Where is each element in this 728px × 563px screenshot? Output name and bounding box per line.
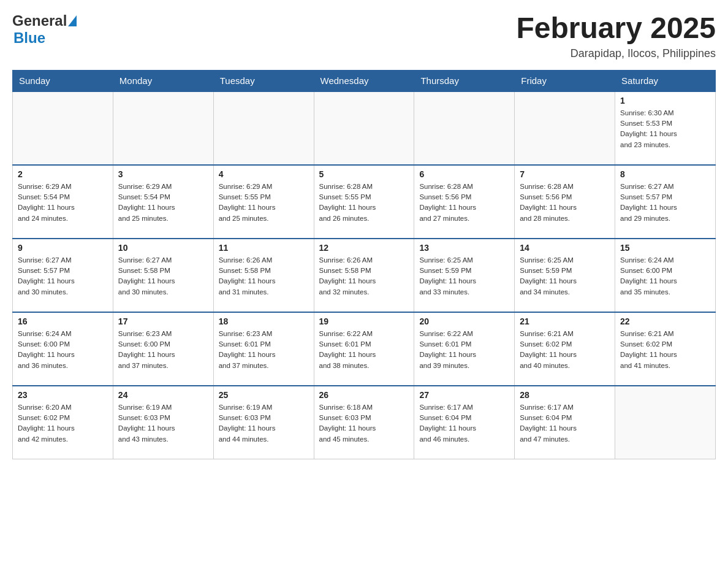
calendar-cell: 5Sunrise: 6:28 AM Sunset: 5:55 PM Daylig…	[314, 165, 414, 239]
calendar-cell	[113, 91, 213, 165]
day-number: 26	[319, 390, 409, 400]
col-friday: Friday	[515, 70, 615, 91]
day-info: Sunrise: 6:23 AM Sunset: 6:00 PM Dayligh…	[118, 329, 208, 371]
day-number: 25	[219, 390, 309, 400]
day-info: Sunrise: 6:23 AM Sunset: 6:01 PM Dayligh…	[219, 329, 309, 371]
day-info: Sunrise: 6:25 AM Sunset: 5:59 PM Dayligh…	[520, 255, 610, 297]
calendar-cell	[414, 91, 515, 165]
calendar-cell: 26Sunrise: 6:18 AM Sunset: 6:03 PM Dayli…	[314, 386, 414, 459]
day-number: 6	[419, 169, 509, 179]
logo-blue-text: Blue	[13, 29, 45, 46]
calendar-cell: 27Sunrise: 6:17 AM Sunset: 6:04 PM Dayli…	[414, 386, 515, 459]
day-number: 19	[319, 316, 409, 326]
calendar-cell: 21Sunrise: 6:21 AM Sunset: 6:02 PM Dayli…	[515, 312, 615, 386]
calendar-cell: 2Sunrise: 6:29 AM Sunset: 5:54 PM Daylig…	[13, 165, 113, 239]
day-number: 18	[219, 316, 309, 326]
day-info: Sunrise: 6:18 AM Sunset: 6:03 PM Dayligh…	[319, 402, 409, 445]
week-row-5: 23Sunrise: 6:20 AM Sunset: 6:02 PM Dayli…	[13, 386, 716, 459]
calendar-cell: 18Sunrise: 6:23 AM Sunset: 6:01 PM Dayli…	[213, 312, 314, 386]
calendar-cell	[615, 386, 716, 459]
col-thursday: Thursday	[414, 70, 515, 91]
day-number: 14	[520, 243, 610, 253]
calendar-cell: 8Sunrise: 6:27 AM Sunset: 5:57 PM Daylig…	[615, 165, 716, 239]
day-number: 12	[319, 243, 409, 253]
day-number: 3	[118, 169, 208, 179]
calendar-cell	[515, 91, 615, 165]
calendar-cell: 28Sunrise: 6:17 AM Sunset: 6:04 PM Dayli…	[515, 386, 615, 459]
calendar-cell: 25Sunrise: 6:19 AM Sunset: 6:03 PM Dayli…	[213, 386, 314, 459]
day-number: 27	[419, 390, 509, 400]
logo: General Blue	[12, 12, 77, 47]
calendar-cell: 12Sunrise: 6:26 AM Sunset: 5:58 PM Dayli…	[314, 239, 414, 312]
day-info: Sunrise: 6:17 AM Sunset: 6:04 PM Dayligh…	[520, 402, 610, 445]
calendar-cell: 22Sunrise: 6:21 AM Sunset: 6:02 PM Dayli…	[615, 312, 716, 386]
day-number: 23	[18, 390, 108, 400]
day-info: Sunrise: 6:20 AM Sunset: 6:02 PM Dayligh…	[18, 402, 108, 445]
col-tuesday: Tuesday	[213, 70, 314, 91]
day-info: Sunrise: 6:19 AM Sunset: 6:03 PM Dayligh…	[219, 402, 309, 445]
day-info: Sunrise: 6:22 AM Sunset: 6:01 PM Dayligh…	[319, 329, 409, 371]
calendar-cell: 16Sunrise: 6:24 AM Sunset: 6:00 PM Dayli…	[13, 312, 113, 386]
day-number: 10	[118, 243, 208, 253]
calendar-cell	[13, 91, 113, 165]
day-number: 20	[419, 316, 509, 326]
day-number: 24	[118, 390, 208, 400]
calendar-cell: 24Sunrise: 6:19 AM Sunset: 6:03 PM Dayli…	[113, 386, 213, 459]
calendar-cell: 1Sunrise: 6:30 AM Sunset: 5:53 PM Daylig…	[615, 91, 716, 165]
day-info: Sunrise: 6:17 AM Sunset: 6:04 PM Dayligh…	[419, 402, 509, 445]
calendar-cell: 7Sunrise: 6:28 AM Sunset: 5:56 PM Daylig…	[515, 165, 615, 239]
week-row-4: 16Sunrise: 6:24 AM Sunset: 6:00 PM Dayli…	[13, 312, 716, 386]
logo-arrow-icon	[68, 15, 77, 26]
calendar-cell: 13Sunrise: 6:25 AM Sunset: 5:59 PM Dayli…	[414, 239, 515, 312]
calendar-cell	[213, 91, 314, 165]
calendar-cell: 4Sunrise: 6:29 AM Sunset: 5:55 PM Daylig…	[213, 165, 314, 239]
week-row-3: 9Sunrise: 6:27 AM Sunset: 5:57 PM Daylig…	[13, 239, 716, 312]
calendar-cell: 15Sunrise: 6:24 AM Sunset: 6:00 PM Dayli…	[615, 239, 716, 312]
calendar-table: Sunday Monday Tuesday Wednesday Thursday…	[12, 70, 716, 460]
calendar-cell: 10Sunrise: 6:27 AM Sunset: 5:58 PM Dayli…	[113, 239, 213, 312]
day-info: Sunrise: 6:30 AM Sunset: 5:53 PM Dayligh…	[620, 108, 710, 150]
col-monday: Monday	[113, 70, 213, 91]
day-number: 21	[520, 316, 610, 326]
day-info: Sunrise: 6:27 AM Sunset: 5:57 PM Dayligh…	[18, 255, 108, 297]
day-number: 15	[620, 243, 710, 253]
day-number: 28	[520, 390, 610, 400]
day-info: Sunrise: 6:21 AM Sunset: 6:02 PM Dayligh…	[620, 329, 710, 371]
day-info: Sunrise: 6:27 AM Sunset: 5:58 PM Dayligh…	[118, 255, 208, 297]
day-number: 9	[18, 243, 108, 253]
day-number: 22	[620, 316, 710, 326]
day-info: Sunrise: 6:19 AM Sunset: 6:03 PM Dayligh…	[118, 402, 208, 445]
month-title: February 2025	[516, 12, 716, 45]
calendar-header-row: Sunday Monday Tuesday Wednesday Thursday…	[13, 70, 716, 91]
calendar-cell: 6Sunrise: 6:28 AM Sunset: 5:56 PM Daylig…	[414, 165, 515, 239]
page-header: General Blue February 2025 Darapidap, Il…	[12, 12, 716, 60]
calendar-cell	[314, 91, 414, 165]
day-number: 7	[520, 169, 610, 179]
day-info: Sunrise: 6:29 AM Sunset: 5:55 PM Dayligh…	[219, 182, 309, 224]
day-info: Sunrise: 6:26 AM Sunset: 5:58 PM Dayligh…	[319, 255, 409, 297]
calendar-cell: 3Sunrise: 6:29 AM Sunset: 5:54 PM Daylig…	[113, 165, 213, 239]
calendar-cell: 11Sunrise: 6:26 AM Sunset: 5:58 PM Dayli…	[213, 239, 314, 312]
calendar-cell: 9Sunrise: 6:27 AM Sunset: 5:57 PM Daylig…	[13, 239, 113, 312]
day-info: Sunrise: 6:24 AM Sunset: 6:00 PM Dayligh…	[18, 329, 108, 371]
day-info: Sunrise: 6:29 AM Sunset: 5:54 PM Dayligh…	[18, 182, 108, 224]
col-saturday: Saturday	[615, 70, 716, 91]
title-area: February 2025 Darapidap, Ilocos, Philipp…	[516, 12, 716, 60]
day-info: Sunrise: 6:28 AM Sunset: 5:56 PM Dayligh…	[520, 182, 610, 224]
week-row-1: 1Sunrise: 6:30 AM Sunset: 5:53 PM Daylig…	[13, 91, 716, 165]
day-number: 1	[620, 96, 710, 105]
day-info: Sunrise: 6:29 AM Sunset: 5:54 PM Dayligh…	[118, 182, 208, 224]
calendar-cell: 20Sunrise: 6:22 AM Sunset: 6:01 PM Dayli…	[414, 312, 515, 386]
calendar-cell: 14Sunrise: 6:25 AM Sunset: 5:59 PM Dayli…	[515, 239, 615, 312]
location-subtitle: Darapidap, Ilocos, Philippines	[516, 47, 716, 60]
day-info: Sunrise: 6:28 AM Sunset: 5:55 PM Dayligh…	[319, 182, 409, 224]
day-number: 8	[620, 169, 710, 179]
week-row-2: 2Sunrise: 6:29 AM Sunset: 5:54 PM Daylig…	[13, 165, 716, 239]
day-number: 17	[118, 316, 208, 326]
day-info: Sunrise: 6:22 AM Sunset: 6:01 PM Dayligh…	[419, 329, 509, 371]
day-info: Sunrise: 6:28 AM Sunset: 5:56 PM Dayligh…	[419, 182, 509, 224]
day-number: 5	[319, 169, 409, 179]
calendar-cell: 23Sunrise: 6:20 AM Sunset: 6:02 PM Dayli…	[13, 386, 113, 459]
logo-general-text: General	[12, 12, 67, 29]
day-number: 11	[219, 243, 309, 253]
